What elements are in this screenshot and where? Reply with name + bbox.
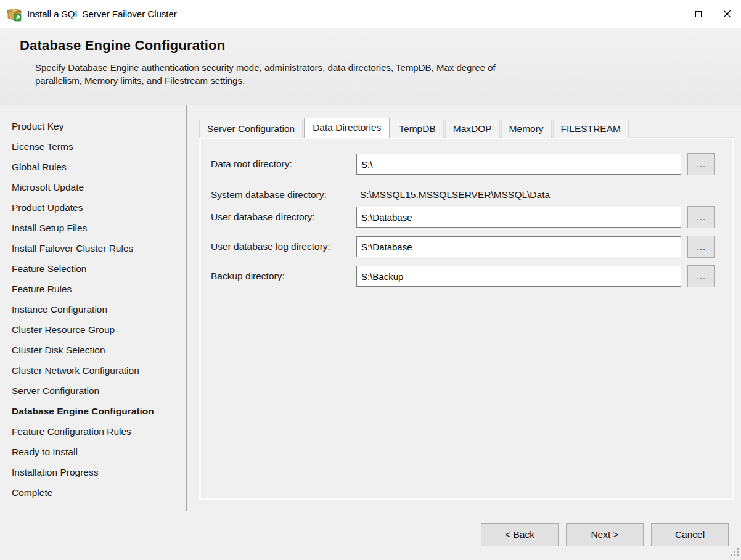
tab-maxdop[interactable]: MaxDOP <box>445 120 500 138</box>
system-database-directory-label: System database directory: <box>211 184 327 206</box>
tab-filestream[interactable]: FILESTREAM <box>553 120 629 138</box>
minimize-button[interactable] <box>656 0 684 28</box>
maximize-icon <box>695 11 702 17</box>
user-database-directory-input[interactable] <box>356 207 681 228</box>
sidebar-item-install-failover-cluster-rules[interactable]: Install Failover Cluster Rules <box>0 238 186 258</box>
sidebar-item-feature-configuration-rules[interactable]: Feature Configuration Rules <box>0 421 186 442</box>
sidebar-item-microsoft-update[interactable]: Microsoft Update <box>0 177 186 197</box>
sidebar-item-server-configuration[interactable]: Server Configuration <box>0 381 186 401</box>
wizard-header: Database Engine Configuration Specify Da… <box>0 28 741 105</box>
user-database-directory-label: User database directory: <box>211 206 315 228</box>
wizard-footer: < Back Next > Cancel <box>0 511 741 559</box>
browse-data-root-button[interactable]: ... <box>687 153 715 175</box>
page-description: Specify Database Engine authentication s… <box>35 61 534 87</box>
cancel-button[interactable]: Cancel <box>651 523 729 546</box>
sidebar-item-cluster-network-configuration[interactable]: Cluster Network Configuration <box>0 360 186 381</box>
system-database-directory-value: S:\MSSQL15.MSSQLSERVER\MSSQL\Data <box>360 184 550 206</box>
sidebar-item-license-terms[interactable]: License Terms <box>0 136 186 157</box>
sidebar-item-feature-rules[interactable]: Feature Rules <box>0 279 186 299</box>
tab-tempdb[interactable]: TempDB <box>391 120 443 138</box>
minimize-icon <box>667 14 674 14</box>
sidebar-item-feature-selection[interactable]: Feature Selection <box>0 258 186 279</box>
system-database-directory-row: System database directory: S:\MSSQL15.MS… <box>201 184 732 206</box>
wizard-steps-sidebar: Product Key License Terms Global Rules M… <box>0 105 187 511</box>
user-database-log-directory-row: User database log directory: ... <box>201 236 732 258</box>
resize-grip[interactable] <box>730 548 739 556</box>
sidebar-item-cluster-resource-group[interactable]: Cluster Resource Group <box>0 319 186 340</box>
close-button[interactable] <box>713 0 741 28</box>
maximize-button[interactable] <box>684 0 713 28</box>
window-titlebar: Install a SQL Server Failover Cluster <box>0 0 741 28</box>
sidebar-item-product-updates[interactable]: Product Updates <box>0 197 186 218</box>
tab-server-configuration[interactable]: Server Configuration <box>199 120 303 138</box>
browse-user-database-button[interactable]: ... <box>687 206 715 228</box>
data-root-directory-label: Data root directory: <box>211 153 292 175</box>
sidebar-item-cluster-disk-selection[interactable]: Cluster Disk Selection <box>0 340 186 360</box>
user-database-log-directory-label: User database log directory: <box>211 236 330 258</box>
back-button[interactable]: < Back <box>481 523 559 546</box>
sidebar-item-database-engine-configuration[interactable]: Database Engine Configuration <box>0 401 186 421</box>
user-database-directory-row: User database directory: ... <box>201 206 732 228</box>
sidebar-item-install-setup-files[interactable]: Install Setup Files <box>0 218 186 238</box>
browse-user-database-log-button[interactable]: ... <box>687 236 715 258</box>
backup-directory-input[interactable] <box>356 266 681 287</box>
browse-backup-button[interactable]: ... <box>687 265 715 287</box>
sidebar-item-installation-progress[interactable]: Installation Progress <box>0 462 186 482</box>
sidebar-item-global-rules[interactable]: Global Rules <box>0 157 186 177</box>
backup-directory-row: Backup directory: ... <box>201 265 732 287</box>
sidebar-item-ready-to-install[interactable]: Ready to Install <box>0 442 186 462</box>
user-database-log-directory-input[interactable] <box>356 236 681 257</box>
tab-data-directories[interactable]: Data Directories <box>304 118 390 138</box>
close-icon <box>723 10 731 18</box>
tab-strip: Server Configuration Data Directories Te… <box>199 118 630 138</box>
window-title: Install a SQL Server Failover Cluster <box>27 9 656 19</box>
page-title: Database Engine Configuration <box>0 28 741 54</box>
main-content: Server Configuration Data Directories Te… <box>187 105 741 511</box>
tab-memory[interactable]: Memory <box>501 120 552 138</box>
sql-installer-package-icon <box>6 7 22 22</box>
sidebar-item-complete[interactable]: Complete <box>0 482 186 503</box>
sidebar-item-instance-configuration[interactable]: Instance Configuration <box>0 299 186 319</box>
data-directories-panel: Data root directory: ... System database… <box>199 138 734 500</box>
backup-directory-label: Backup directory: <box>211 265 285 287</box>
data-root-directory-input[interactable] <box>356 154 681 175</box>
next-button[interactable]: Next > <box>566 523 644 546</box>
sidebar-item-product-key[interactable]: Product Key <box>0 116 186 136</box>
data-root-directory-row: Data root directory: ... <box>201 153 732 175</box>
